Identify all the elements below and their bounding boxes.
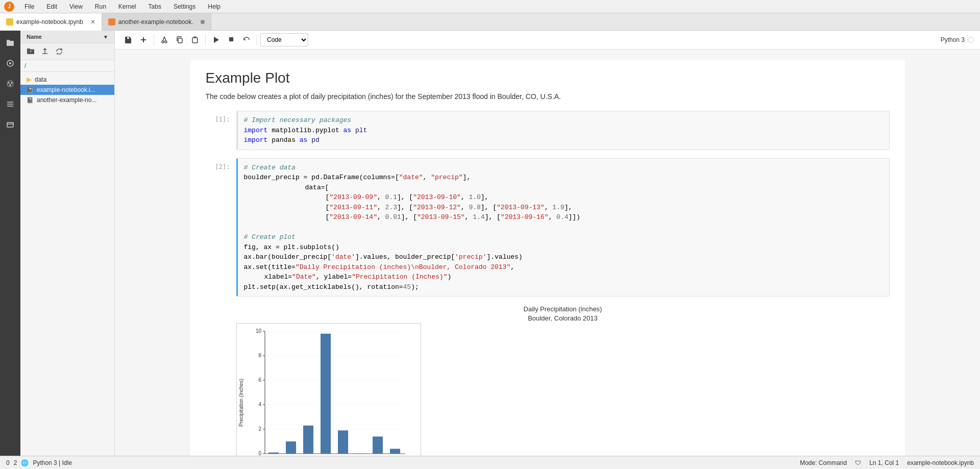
cell-2-line-7: ax.bar(boulder_precip['date'].values, bo…	[244, 252, 883, 262]
svg-point-10	[165, 41, 167, 43]
cell-type-select[interactable]: Code Markdown Raw	[260, 33, 308, 46]
notebook-content[interactable]: Example Plot The code below creates a pl…	[115, 50, 980, 456]
svg-point-1	[9, 62, 11, 64]
svg-text:4: 4	[258, 402, 261, 407]
menu-kernel[interactable]: Kernel	[116, 2, 138, 11]
sidebar-running-icon[interactable]	[2, 55, 18, 71]
kernel-status-dot	[968, 37, 974, 43]
cell-1-body[interactable]: # Import necessary packages import matpl…	[236, 111, 890, 150]
cell-1-line-3: import pandas as pd	[244, 135, 883, 145]
svg-rect-13	[178, 38, 182, 43]
file-refresh-btn[interactable]	[53, 45, 65, 58]
toolbar-stop-btn[interactable]	[224, 33, 238, 47]
toolbar-copy-btn[interactable]	[173, 33, 187, 47]
toolbar-restart-btn[interactable]	[239, 33, 254, 47]
bar-chart: 0 2 4	[237, 324, 421, 456]
notebook-icon-2: 📓	[27, 97, 34, 104]
svg-text:10: 10	[255, 328, 261, 334]
cell-1-container: [1]: # Import necessary packages import …	[206, 111, 890, 150]
file-item-another-notebook[interactable]: 📓 another-example-no...	[20, 95, 114, 105]
file-item-example-notebook[interactable]: 📓 example-notebook.i...	[20, 85, 114, 95]
svg-rect-16	[229, 37, 233, 41]
svg-rect-40	[303, 426, 313, 454]
cell-1-code[interactable]: # Import necessary packages import matpl…	[236, 111, 890, 150]
status-globe-icon: 🌐	[21, 459, 29, 466]
sidebar-tools-icon[interactable]	[2, 96, 18, 112]
status-left: 0 2 🌐 Python 3 | Idle	[6, 459, 72, 466]
status-cell-count-2: 2	[14, 459, 17, 466]
svg-line-11	[163, 37, 164, 41]
tab-icon-1	[6, 18, 13, 26]
file-upload-btn[interactable]	[39, 45, 51, 58]
toolbar-run-btn[interactable]	[209, 33, 223, 47]
kernel-name: Python 3	[941, 36, 965, 43]
file-panel-chevron: ▼	[103, 34, 108, 40]
sidebar-git-icon[interactable]	[2, 76, 18, 92]
tab-close-1[interactable]: ✕	[90, 18, 95, 26]
status-shield-icon: 🛡	[855, 459, 861, 466]
file-item-label: data	[35, 76, 46, 83]
chart-title-line2: Boulder, Colorado 2013	[236, 314, 890, 323]
cell-2-container: [2]: # Create data boulder_precip = pd.D…	[206, 158, 890, 297]
menu-help[interactable]: Help	[206, 2, 223, 11]
svg-rect-39	[286, 441, 296, 454]
file-list: ▶ data 📓 example-notebook.i... 📓 another…	[20, 72, 114, 456]
cell-2-line-5: ["2013-09-14", 0.01], ["2013-09-15", 1.4…	[244, 212, 883, 223]
svg-text:6: 6	[258, 377, 261, 383]
cell-2-line-cm: # Create data	[244, 163, 883, 173]
cell-2-cm2: # Create plot	[244, 232, 883, 242]
svg-text:2: 2	[258, 426, 261, 432]
folder-icon: ▶	[27, 76, 32, 83]
file-new-folder-btn[interactable]: +	[24, 45, 37, 58]
svg-text:+: +	[30, 49, 32, 54]
tab-example-notebook[interactable]: example-notebook.ipynb ✕	[0, 13, 102, 31]
sidebar-folder-icon[interactable]	[2, 35, 18, 51]
sidebar-icons	[0, 31, 20, 456]
file-panel: Name ▼ + / ▶ data 📓 example-notebook	[20, 31, 115, 456]
cell-2-line-2: data=[	[244, 183, 883, 193]
notebook-toolbar: Code Markdown Raw Python 3	[115, 31, 980, 50]
tab-another-notebook[interactable]: another-example-notebook.	[102, 13, 211, 30]
cell-2-line-1: boulder_precip = pd.DataFrame(columns=["…	[244, 172, 883, 183]
toolbar-cut-btn[interactable]	[157, 33, 172, 47]
status-mode: Mode: Command	[800, 459, 847, 466]
cell-2-line-8: ax.set(title="Daily Precipitation (inche…	[244, 262, 883, 273]
svg-text:0: 0	[258, 451, 261, 456]
svg-text:8: 8	[258, 353, 261, 358]
file-toolbar: +	[20, 43, 114, 60]
cell-2-body[interactable]: # Create data boulder_precip = pd.DataFr…	[236, 158, 890, 297]
menu-tabs[interactable]: Tabs	[146, 2, 163, 11]
status-cell-count: 0	[6, 459, 10, 466]
menu-edit[interactable]: Edit	[44, 2, 59, 11]
svg-rect-42	[338, 431, 348, 454]
cell-2-line-3: ["2013-09-09", 0.1], ["2013-09-10", 1.0]…	[244, 192, 883, 203]
toolbar-add-btn[interactable]	[136, 33, 151, 47]
file-panel-title: Name	[27, 34, 42, 40]
menu-run[interactable]: Run	[93, 2, 108, 11]
menu-settings[interactable]: Settings	[172, 2, 198, 11]
svg-marker-15	[214, 37, 219, 43]
cell-2-label: [2]:	[206, 158, 236, 297]
notebook-icon-1: 📓	[27, 87, 34, 93]
cell-2-line-6: fig, ax = plt.subplots()	[244, 242, 883, 253]
toolbar-divider-3	[257, 34, 257, 45]
sidebar-tab-icon[interactable]	[2, 116, 18, 133]
status-bar: 0 2 🌐 Python 3 | Idle Mode: Command 🛡 Ln…	[0, 456, 980, 469]
svg-rect-38	[268, 453, 279, 454]
toolbar-divider-1	[154, 34, 154, 45]
toolbar-divider-2	[205, 34, 206, 45]
toolbar-group-main: Code Markdown Raw	[121, 33, 308, 47]
cell-1-line-2: import matplotlib.pyplot as plt	[244, 126, 883, 136]
file-item-data[interactable]: ▶ data	[20, 74, 114, 85]
file-breadcrumb: /	[20, 60, 114, 72]
menu-file[interactable]: File	[22, 2, 36, 11]
file-item-label-1: example-notebook.i...	[37, 86, 95, 93]
menu-bar: J File Edit View Run Kernel Tabs Setting…	[0, 0, 980, 13]
toolbar-paste-btn[interactable]	[188, 33, 202, 47]
tab-bar: example-notebook.ipynb ✕ another-example…	[0, 13, 980, 31]
toolbar-save-btn[interactable]	[121, 33, 135, 47]
menu-view[interactable]: View	[67, 2, 85, 11]
cell-2-code[interactable]: # Create data boulder_precip = pd.DataFr…	[236, 158, 890, 297]
tab-dot-2	[201, 20, 205, 24]
kernel-status: Python 3	[941, 36, 974, 43]
